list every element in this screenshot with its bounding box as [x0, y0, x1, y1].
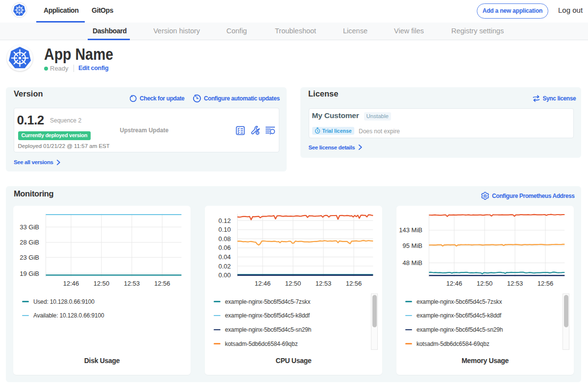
- svg-text:12:53: 12:53: [316, 280, 332, 287]
- svg-text:12:46: 12:46: [255, 280, 271, 287]
- svg-text:28 GiB: 28 GiB: [20, 239, 39, 246]
- svg-text:33 GiB: 33 GiB: [20, 223, 39, 231]
- svg-text:12:50: 12:50: [285, 280, 301, 287]
- svg-text:12:56: 12:56: [538, 280, 554, 287]
- svg-text:0.02: 0.02: [219, 263, 231, 270]
- svg-text:0.08: 0.08: [219, 235, 231, 243]
- svg-text:12:50: 12:50: [94, 280, 110, 287]
- svg-text:95 MiB: 95 MiB: [403, 242, 422, 249]
- svg-text:12:56: 12:56: [346, 280, 362, 287]
- svg-text:12:53: 12:53: [124, 280, 140, 287]
- svg-text:0.12: 0.12: [219, 217, 231, 224]
- svg-text:12:56: 12:56: [154, 280, 171, 287]
- svg-text:143 MiB: 143 MiB: [399, 226, 422, 234]
- svg-text:12:46: 12:46: [446, 280, 463, 287]
- svg-text:12:50: 12:50: [477, 280, 493, 287]
- svg-text:23 GiB: 23 GiB: [20, 254, 39, 261]
- svg-text:12:53: 12:53: [507, 280, 523, 287]
- svg-text:12:46: 12:46: [63, 280, 79, 287]
- svg-text:48 MiB: 48 MiB: [403, 259, 422, 267]
- svg-text:19 GiB: 19 GiB: [20, 270, 39, 277]
- svg-text:0.10: 0.10: [219, 226, 231, 233]
- svg-text:0.00: 0.00: [219, 271, 231, 279]
- svg-text:0.04: 0.04: [219, 253, 231, 261]
- svg-text:0.06: 0.06: [219, 244, 231, 251]
